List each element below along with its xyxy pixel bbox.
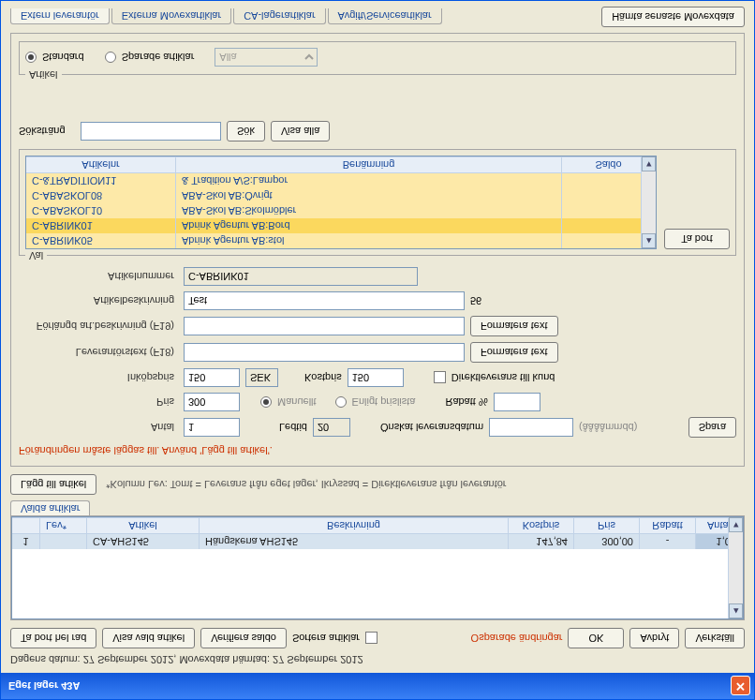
sort-articles-checkbox[interactable] [365, 633, 378, 645]
titlebar: Eget lager 43A ✕ [1, 673, 754, 699]
table-row[interactable]: 1 CA-AHS145 Hängskena AHS145 147,84 300,… [12, 534, 743, 549]
sok-button[interactable]: Sök [227, 121, 265, 141]
verify-balance-button[interactable]: Verifiera saldo [200, 628, 287, 648]
cell-benamning: ABA-Skol AB:Övrigt [176, 188, 562, 203]
antal-label: Antal [19, 422, 178, 433]
sort-articles-label: Sortera artiklar [292, 633, 360, 644]
cell-benamning: ABA-Skol AB:Skolmöbler [176, 203, 562, 218]
list-item[interactable]: C-ABRINK05Abrink Agentur AB:stol [26, 233, 656, 248]
artbesk-count: 56 [470, 295, 481, 306]
forlangd-input[interactable] [184, 317, 465, 335]
row-artikel: CA-AHS145 [87, 534, 200, 549]
window-title: Eget lager 43A [8, 680, 80, 692]
show-selected-button[interactable]: Visa vald artikel [102, 628, 195, 648]
cell-artikelnr: C-ABRINK05 [26, 233, 176, 248]
rabatt-input[interactable] [494, 393, 540, 411]
manuellt-radio[interactable] [260, 396, 272, 408]
format-forlangd-button[interactable]: Formatera text [470, 316, 558, 336]
direkt-label: Direktleverans till kund [452, 372, 555, 383]
th-rabatt[interactable]: Rabatt [640, 518, 696, 533]
cancel-button[interactable]: Avbryt [629, 628, 679, 648]
tab-extern-leverantor[interactable]: Extern leverantör [10, 9, 110, 25]
cell-artikelnr: C-&TRADITION11 [26, 173, 176, 188]
scroll-down-icon[interactable]: ▾ [729, 517, 743, 532]
th-desc[interactable]: Beskrivning [200, 518, 509, 533]
direkt-checkbox[interactable] [434, 372, 446, 384]
cell-benamning: & Tradition A/S:Lampor [176, 173, 562, 188]
top-toolbar: Ta bort hel rad Visa vald artikel Verifi… [10, 628, 745, 648]
cell-artikelnr: C-ABRINK01 [26, 218, 176, 233]
status-text: Dagens datum: 27 September 2012, Movexda… [10, 648, 745, 667]
scrollbar[interactable]: ▴ ▾ [728, 517, 743, 618]
visa-alla-button[interactable]: Visa alla [271, 121, 330, 141]
pris-input[interactable] [184, 393, 240, 411]
list-header: Artikelnr Benämning Saldo [26, 156, 656, 173]
tab-ca-lager[interactable]: CA-lagerartiklar [233, 9, 325, 25]
table-header: Lev* Artikel Beskrivning Kostpris Pris R… [12, 517, 743, 534]
artikel-group: Artikel Standard Sparade artiklar Alla [19, 41, 736, 75]
add-article-button[interactable]: Lägg till artikel [10, 474, 96, 495]
table-tabs: Valda artiklar [10, 500, 745, 516]
scroll-down-icon[interactable]: ▾ [642, 156, 656, 171]
sparade-label: Sparade artiklar [122, 52, 195, 63]
list-item[interactable]: C-ABASKOL10ABA-Skol AB:Skolmöbler [26, 203, 656, 218]
inkop-input[interactable] [184, 368, 240, 387]
standard-label: Standard [42, 52, 84, 63]
save-button[interactable]: Spara [688, 417, 736, 438]
th-pris[interactable]: Pris [574, 518, 640, 533]
artikel-title: Artikel [25, 69, 62, 81]
sparade-radio[interactable] [105, 52, 116, 63]
tab-avgift-service[interactable]: Avgift/Serviceartiklar [328, 9, 442, 25]
artbesk-label: Artikelbeskrivning [19, 295, 178, 306]
th-kostpris[interactable]: Kostpris [509, 518, 574, 533]
inkop-label: Inköpspris [19, 372, 178, 383]
onskat-input[interactable] [489, 418, 573, 437]
list-item[interactable]: C-ABRINK01Abrink Agentur AB:Bord [26, 218, 656, 233]
scroll-up-icon[interactable]: ▴ [729, 603, 743, 618]
th-artikelnr[interactable]: Artikelnr [26, 157, 176, 172]
content-area: Dagens datum: 27 September 2012, Movexda… [1, 1, 754, 673]
form-warning: Förändringen måste läggas till. Använd '… [19, 445, 736, 456]
artnr-label: Artikelnummer [19, 271, 178, 282]
apply-button[interactable]: Verkställ [685, 628, 745, 648]
levtext-input[interactable] [184, 343, 465, 362]
list-item[interactable]: C-&TRADITION11& Tradition A/S:Lampor [26, 173, 656, 188]
forlangd-label: Förlängd art.beskrivning (F19) [19, 320, 178, 332]
val-group: Val C-ABRINK05Abrink Agentur AB:stolC-AB… [19, 149, 736, 256]
enligt-radio[interactable] [335, 396, 347, 408]
close-icon[interactable]: ✕ [731, 677, 750, 696]
ledtid-label: Ledtid [279, 422, 307, 433]
form-frame: Förändringen måste läggas till. Använd '… [10, 33, 745, 467]
sokstrang-input[interactable] [81, 122, 221, 141]
tabort-button[interactable]: Ta bort [664, 229, 730, 249]
th-benamning[interactable]: Benämning [176, 157, 562, 172]
delete-row-button[interactable]: Ta bort hel rad [10, 628, 96, 648]
selected-articles-frame: 1 CA-AHS145 Hängskena AHS145 147,84 300,… [10, 515, 745, 620]
kostpris-input[interactable] [348, 368, 404, 387]
pris-label: Pris [19, 396, 178, 408]
row-lev [40, 534, 87, 549]
row-rabatt: - [640, 534, 696, 549]
levtext-label: Leverantörstext (F18) [19, 347, 178, 358]
alla-select[interactable]: Alla [215, 48, 318, 67]
th-lev[interactable]: Lev* [40, 518, 87, 533]
cell-artikelnr: C-ABASKOL10 [26, 203, 176, 218]
format-levtext-button[interactable]: Formatera text [470, 342, 558, 363]
ok-button[interactable]: OK [568, 628, 624, 648]
list-item[interactable]: C-ABASKOL08ABA-Skol AB:Övrigt [26, 188, 656, 203]
fetch-movex-button[interactable]: Hämta senaste Movexdata [601, 7, 745, 27]
lev-hint-text: *Kolumn Lev: Tomt = Leverans från eget l… [106, 479, 506, 490]
antal-input[interactable] [184, 418, 240, 437]
enligt-label: Enligt prislista [352, 396, 416, 408]
artbesk-input[interactable] [184, 291, 465, 310]
th-artikel[interactable]: Artikel [87, 518, 200, 533]
artnr-field [184, 267, 418, 286]
onskat-hint: (ååååmmdd) [579, 422, 637, 433]
standard-radio[interactable] [25, 52, 37, 63]
scroll-up-icon[interactable]: ▴ [642, 233, 656, 248]
row-desc: Hängskena AHS145 [200, 534, 509, 549]
tab-externa-movex[interactable]: Externa Movexartiklar [111, 9, 231, 25]
list-scrollbar[interactable]: ▴ ▾ [641, 156, 656, 248]
tab-valda-artiklar[interactable]: Valda artiklar [10, 500, 90, 516]
cell-benamning: Abrink Agentur AB:Bord [176, 218, 562, 233]
